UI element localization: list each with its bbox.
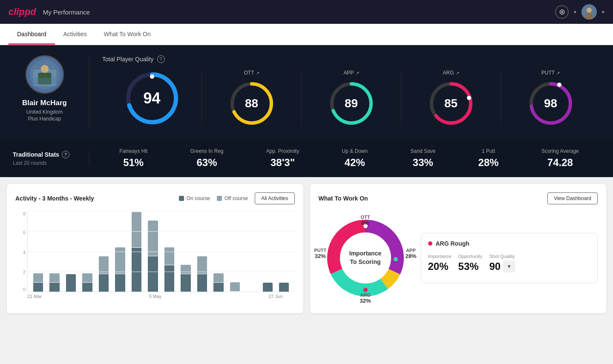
tab-activities[interactable]: Activities — [55, 24, 95, 45]
add-icon: ⊕ — [559, 7, 565, 17]
header-right: ⊕ ▾ ▾ — [555, 4, 604, 20]
bar-group — [130, 211, 144, 292]
label-ott: OTT 8% — [361, 215, 370, 226]
add-button[interactable]: ⊕ — [555, 5, 569, 19]
main-circle-container: 94 — [124, 71, 180, 126]
bar-off-course — [33, 273, 43, 282]
avatar-dropdown[interactable]: ▾ — [602, 9, 604, 15]
app-circle: 89 — [328, 80, 375, 127]
bar-group — [195, 211, 209, 292]
stat-sandsave-label: Sand Save — [411, 148, 436, 154]
score-circles: 94 OTT ↗ 88 AP — [102, 70, 600, 127]
stat-fairways-value: 51% — [119, 157, 147, 169]
player-info: Blair McHarg United Kingdom Plus Handica… — [13, 55, 89, 127]
work-on-card: What To Work On View Dashboard — [310, 184, 607, 313]
y-0: 0 — [23, 287, 26, 292]
stat-updown-value: 42% — [342, 157, 368, 169]
legend-on-course: On course — [179, 195, 210, 201]
stat-scoring-value: 74.28 — [541, 157, 579, 169]
header-add-dropdown[interactable]: ▾ — [574, 9, 576, 15]
shotquality-badge: ▼ — [503, 261, 515, 272]
bar-on-course — [115, 274, 125, 292]
stats-title: Traditional Stats ? — [13, 151, 81, 158]
bar-group — [228, 211, 242, 292]
tab-dashboard[interactable]: Dashboard — [9, 24, 55, 45]
stat-greens-value: 63% — [190, 157, 223, 169]
quality-info-icon[interactable]: ? — [157, 55, 165, 63]
stat-updown-label: Up & Down — [342, 148, 368, 154]
label-putt-value: 32% — [314, 253, 327, 259]
label-arg-name: ARG — [360, 292, 371, 298]
label-arg-value: 32% — [360, 298, 371, 304]
player-avatar — [26, 55, 64, 94]
detail-card-title: ARG Rough — [428, 240, 591, 247]
bar-group — [64, 211, 78, 292]
bar-group — [277, 211, 291, 292]
bar-off-course — [181, 265, 190, 274]
legend-off-course-label: Off course — [224, 195, 248, 201]
x-labels: 21 Mar 9 May 27 Jun — [15, 292, 295, 299]
importance-value: 20% — [428, 261, 452, 272]
bar-group — [211, 211, 225, 292]
bar-off-course — [197, 256, 207, 274]
svg-rect-7 — [31, 78, 58, 85]
label-putt: PUTT 32% — [314, 248, 327, 259]
player-handicap: Plus Handicap — [28, 116, 61, 122]
player-country: United Kingdom — [26, 109, 63, 115]
all-activities-button[interactable]: All Activities — [255, 192, 294, 204]
bar-chart — [27, 211, 295, 292]
score-ott: OTT ↗ 88 — [202, 70, 302, 127]
svg-point-2 — [585, 13, 593, 19]
arg-arrow: ↗ — [456, 71, 459, 75]
bar-off-course — [164, 247, 174, 265]
view-dashboard-button[interactable]: View Dashboard — [547, 192, 598, 204]
app-arrow: ↗ — [356, 71, 359, 75]
detail-dot — [428, 241, 432, 246]
main-score: 94 — [102, 71, 202, 126]
donut-center-text: Importance To Scoring — [349, 249, 381, 266]
y-2: 2 — [23, 269, 26, 275]
putt-arrow: ↗ — [556, 71, 560, 75]
stat-greens: Greens In Reg 63% — [190, 148, 223, 169]
score-app: APP ↗ 89 — [302, 70, 401, 127]
main-score-value: 94 — [143, 89, 160, 107]
bar-group — [97, 211, 111, 292]
legend-on-course-dot — [179, 196, 184, 201]
header-title: My Performance — [43, 9, 90, 16]
stat-scoring: Scoring Average 74.28 — [541, 148, 579, 169]
avatar-button[interactable] — [581, 4, 597, 20]
bar-on-course — [197, 274, 207, 292]
metric-importance: Importance 20% — [428, 254, 452, 272]
bar-off-course — [82, 273, 92, 282]
bar-group — [47, 211, 61, 292]
x-label-jun: 27 Jun — [268, 294, 282, 299]
svg-point-28 — [363, 288, 368, 292]
legend-off-course: Off course — [217, 195, 248, 201]
stats-info-icon[interactable]: ? — [62, 151, 69, 158]
header: clippd My Performance ⊕ ▾ ▾ — [0, 0, 613, 24]
donut-center-line2: To Scoring — [349, 258, 381, 267]
label-arg: ARG 32% — [360, 292, 371, 304]
bar-on-course — [132, 248, 141, 292]
bar-group — [146, 211, 160, 292]
arg-value: 85 — [444, 97, 458, 110]
nav-tabs: Dashboard Activities What To Work On — [0, 24, 613, 45]
bar-off-course — [213, 273, 223, 282]
y-axis: 8 6 4 2 0 — [15, 211, 27, 292]
bar-off-course — [49, 273, 59, 282]
stats-items: Fairways Hit 51% Greens In Reg 63% App. … — [89, 148, 600, 169]
arg-circle: 85 — [428, 80, 475, 127]
chart-area: 8 6 4 2 0 21 Mar 9 — [15, 211, 295, 305]
header-left: clippd My Performance — [9, 6, 90, 17]
logo: clippd — [9, 6, 36, 17]
y-8: 8 — [23, 211, 26, 216]
legend-on-course-label: On course — [187, 195, 210, 201]
score-arg: ARG ↗ 85 — [401, 70, 501, 127]
donut-section: Importance To Scoring OTT 8% APP 28% ARG… — [319, 211, 412, 305]
stat-proximity-value: 38'3" — [266, 157, 299, 169]
stat-updown: Up & Down 42% — [342, 148, 368, 169]
tab-what-to-work-on[interactable]: What To Work On — [95, 24, 159, 45]
activity-title: Activity - 3 Months - Weekly — [15, 195, 94, 202]
stat-fairways-label: Fairways Hit — [119, 148, 147, 154]
work-on-header: What To Work On View Dashboard — [319, 192, 598, 204]
